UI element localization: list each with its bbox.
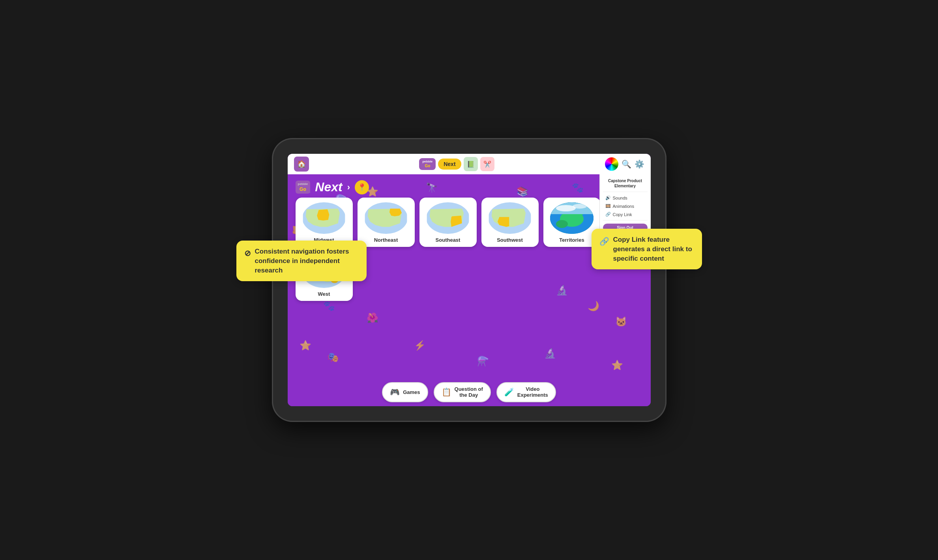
pebblego-nav-logo[interactable]: pebble Go (419, 158, 436, 170)
sidebar-divider-1 (603, 192, 648, 192)
territories-photo (550, 202, 594, 234)
settings-button[interactable]: ⚙️ (635, 159, 644, 169)
southwest-map (488, 202, 532, 234)
search-button[interactable]: 🔍 (622, 159, 631, 169)
location-pin-button[interactable]: 📍 (355, 180, 369, 194)
games-button[interactable]: 🎮 Games (382, 382, 428, 402)
midwest-map (302, 202, 346, 234)
question-icon: 📋 (442, 387, 451, 397)
west-label: West (318, 291, 330, 297)
sidebar-animations-item[interactable]: 🎞️ Animations (603, 202, 648, 210)
main-content: 🔬 ⚗️ ⭐ 🌙 🔭 🌍 📚 🎵 🐾 ☄️ 🔭 🐾 🌺 🔬 🌙 🐱 (288, 174, 651, 406)
video-icon: 🧪 (504, 387, 514, 397)
next-nav-button[interactable]: Next (438, 159, 461, 170)
animations-label: Animations (613, 204, 634, 209)
midwest-card[interactable]: Midwest (296, 198, 353, 247)
breadcrumb-chevron: › (347, 182, 350, 192)
cards-row-1: Midwest (296, 198, 643, 247)
sidebar-product-title: Capstone Product Elementary (603, 178, 648, 189)
northeast-card[interactable]: Northeast (358, 198, 415, 247)
top-nav: 🏠 pebble Go Next 📗 ✂️ 🔍 ⚙️ (288, 154, 651, 174)
sidebar-copy-link-item[interactable]: 🔗 Copy Link (603, 210, 648, 218)
right-callout: 🔗 Copy Link feature generates a direct l… (592, 229, 702, 269)
games-label: Games (403, 389, 420, 396)
callout-right-icon: 🔗 (599, 236, 609, 247)
home-button[interactable]: 🏠 (294, 157, 309, 172)
copy-link-label: Copy Link (613, 212, 632, 217)
sounds-icon: 🔊 (605, 195, 611, 200)
northeast-label: Northeast (374, 237, 398, 243)
content-header: pebble Go Next › 📍 (288, 174, 651, 198)
tools-nav-button[interactable]: ✂️ (480, 157, 494, 171)
sidebar-sounds-item[interactable]: 🔊 Sounds (603, 194, 648, 202)
book-nav-button[interactable]: 📗 (464, 157, 478, 171)
scene: ⊘ Consistent navigation fosters confiden… (232, 126, 706, 434)
video-experiments-button[interactable]: 🧪 VideoExperiments (496, 382, 556, 402)
animations-icon: 🎞️ (605, 203, 611, 209)
southeast-card[interactable]: Southeast (419, 198, 477, 247)
territories-label: Territories (559, 237, 584, 243)
pebblego-main-logo[interactable]: pebble Go (296, 181, 311, 194)
color-wheel-button[interactable] (605, 157, 618, 171)
svg-point-11 (573, 204, 587, 209)
games-icon: 🎮 (390, 387, 400, 397)
copy-link-icon: 🔗 (605, 212, 611, 217)
southwest-card[interactable]: Southwest (481, 198, 539, 247)
callout-left-icon: ⊘ (244, 248, 251, 259)
northeast-map (364, 202, 408, 234)
question-label: Question ofthe Day (455, 386, 483, 398)
southwest-label: Southwest (497, 237, 523, 243)
southeast-map (426, 202, 470, 234)
question-of-day-button[interactable]: 📋 Question ofthe Day (434, 382, 491, 402)
bottom-toolbar: 🎮 Games 📋 Question ofthe Day 🧪 VideoExpe… (288, 382, 651, 402)
southeast-label: Southeast (436, 237, 461, 243)
callout-right-text: Copy Link feature generates a direct lin… (613, 235, 694, 263)
video-label: VideoExperiments (517, 386, 548, 398)
svg-point-7 (556, 220, 568, 228)
callout-left-text: Consistent navigation fosters confidence… (255, 247, 359, 275)
left-callout: ⊘ Consistent navigation fosters confiden… (236, 241, 367, 281)
sidebar-divider-2 (603, 220, 648, 220)
next-title: Next (315, 180, 342, 194)
sounds-label: Sounds (613, 196, 627, 200)
